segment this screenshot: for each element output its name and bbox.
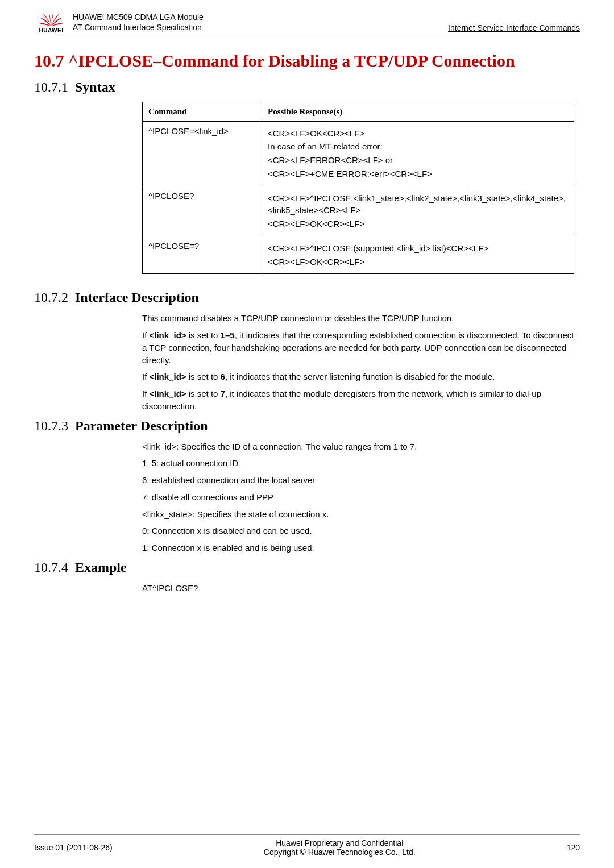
param-desc-heading: 10.7.3 Parameter Description bbox=[34, 418, 580, 434]
param-line: <linkx_state>: Specifies the state of co… bbox=[142, 508, 574, 521]
th-response: Possible Response(s) bbox=[262, 102, 574, 121]
table-row: ^IPCLOSE=? <CR><LF>^IPCLOSE:(supported <… bbox=[143, 236, 574, 274]
th-command: Command bbox=[143, 102, 262, 121]
syntax-table: Command Possible Response(s) ^IPCLOSE=<l… bbox=[142, 102, 574, 275]
interface-desc-p4: If <link_id> is set to 7, it indicates t… bbox=[142, 388, 574, 413]
param-line: 0: Connection x is disabled and can be u… bbox=[142, 525, 574, 537]
param-line: 7: disable all connections and PPP bbox=[142, 491, 574, 504]
header-right: Internet Service Interface Commands bbox=[448, 23, 580, 34]
page-header: HUAWEI HUAWEI MC509 CDMA LGA Module AT C… bbox=[34, 0, 580, 35]
cell-response: <CR><LF>^IPCLOSE:<link1_state>,<link2_st… bbox=[262, 186, 574, 236]
interface-desc-p1: This command disables a TCP/UDP connecti… bbox=[142, 312, 574, 325]
interface-desc-p3: If <link_id> is set to 6, it indicates t… bbox=[142, 371, 574, 383]
cell-response: <CR><LF>OK<CR><LF> In case of an MT-rela… bbox=[262, 121, 574, 186]
table-row: ^IPCLOSE=<link_id> <CR><LF>OK<CR><LF> In… bbox=[143, 121, 574, 186]
table-row: ^IPCLOSE? <CR><LF>^IPCLOSE:<link1_state>… bbox=[143, 186, 574, 236]
param-line: 1: Connection x is enabled and is being … bbox=[142, 542, 574, 554]
cell-command: ^IPCLOSE=? bbox=[143, 236, 262, 274]
syntax-heading: 10.7.1 Syntax bbox=[34, 80, 580, 95]
interface-desc-heading: 10.7.2 Interface Description bbox=[34, 290, 580, 305]
huawei-logo-icon bbox=[38, 10, 65, 28]
example-heading: 10.7.4 Example bbox=[34, 560, 580, 575]
header-title-line2: AT Command Interface Specification bbox=[73, 22, 443, 32]
page-footer: Issue 01 (2011-08-26) Huawei Proprietary… bbox=[34, 834, 580, 857]
param-line: <link_id>: Specifies the ID of a connect… bbox=[142, 441, 574, 453]
cell-command: ^IPCLOSE? bbox=[143, 186, 262, 236]
example-line: AT^IPCLOSE? bbox=[142, 582, 574, 595]
logo: HUAWEI bbox=[34, 10, 68, 34]
footer-center: Huawei Proprietary and Confidential Copy… bbox=[113, 838, 567, 857]
header-title-line1: HUAWEI MC509 CDMA LGA Module bbox=[73, 12, 443, 22]
header-titles: HUAWEI MC509 CDMA LGA Module AT Command … bbox=[73, 12, 443, 34]
footer-right: 120 bbox=[567, 843, 580, 852]
param-line: 6: established connection and the local … bbox=[142, 474, 574, 487]
cell-command: ^IPCLOSE=<link_id> bbox=[143, 121, 262, 186]
param-line: 1–5: actual connection ID bbox=[142, 457, 574, 470]
logo-text: HUAWEI bbox=[39, 27, 64, 34]
section-title: 10.7 ^IPCLOSE–Command for Disabling a TC… bbox=[34, 50, 580, 72]
interface-desc-p2: If <link_id> is set to 1–5, it indicates… bbox=[142, 329, 574, 366]
cell-response: <CR><LF>^IPCLOSE:(supported <link_id> li… bbox=[262, 236, 574, 274]
footer-left: Issue 01 (2011-08-26) bbox=[34, 843, 113, 852]
